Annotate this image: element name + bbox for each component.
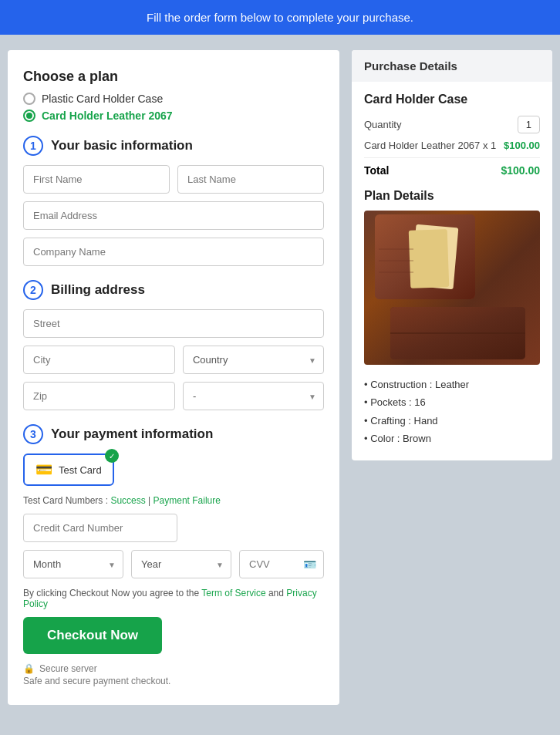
purchase-details-header: Purchase Details <box>352 50 552 82</box>
quantity-label: Quantity <box>364 119 401 130</box>
section2-number: 2 <box>23 280 43 300</box>
checkout-button[interactable]: Checkout Now <box>23 617 162 654</box>
radio-plastic[interactable] <box>23 93 35 105</box>
plan-label-leather: Card Holder Leather 2067 <box>42 110 173 122</box>
first-name-input[interactable] <box>23 165 170 194</box>
month-select[interactable]: Month 01 - January 02 - February 03 - Ma… <box>23 550 123 578</box>
secure-desc-row: Safe and secure payment checkout. <box>23 676 324 686</box>
plan-option-plastic[interactable]: Plastic Card Holder Case <box>23 93 324 105</box>
secure-desc-text: Safe and secure payment checkout. <box>23 676 170 686</box>
radio-inner <box>26 113 32 119</box>
card-holder-title: Card Holder Case <box>364 93 540 106</box>
banner-text: Fill the order form below to complete yo… <box>147 11 413 24</box>
secure-server-row: 🔒 Secure server <box>23 663 324 674</box>
left-panel: Choose a plan Plastic Card Holder Case C… <box>8 50 339 705</box>
company-input[interactable] <box>23 238 324 266</box>
quantity-value: 1 <box>518 116 540 133</box>
choose-plan-section: Choose a plan Plastic Card Holder Case C… <box>23 69 324 122</box>
company-row <box>23 238 324 266</box>
plan-features: Construction : Leather Pockets : 16 Craf… <box>364 376 540 448</box>
payment-method-card[interactable]: ✓ 💳 Test Card <box>23 453 114 486</box>
quantity-row: Quantity 1 <box>364 116 540 133</box>
state-select[interactable]: - <box>183 382 324 410</box>
section1-title: Your basic information <box>51 138 193 153</box>
cc-number-input[interactable] <box>23 514 177 542</box>
feature-item-3: Color : Brown <box>364 430 540 447</box>
year-wrapper: Year 2024 2025 2026 2027 2028 2029 2030 <box>131 550 231 578</box>
street-row <box>23 309 324 338</box>
section1-header: 1 Your basic information <box>23 136 324 156</box>
street-input[interactable] <box>23 309 324 338</box>
total-row: Total $100.00 <box>364 157 540 177</box>
wallet-image <box>364 211 540 365</box>
cvv-wrapper: 🪪 <box>239 550 324 578</box>
terms-text: By clicking Checkout Now you agree to th… <box>23 588 324 609</box>
name-row <box>23 165 324 194</box>
total-label: Total <box>364 164 389 177</box>
item-name: Card Holder Leather 2067 x 1 <box>364 140 496 151</box>
total-value: $100.00 <box>501 164 540 177</box>
terms-link[interactable]: Term of Service <box>201 588 265 598</box>
section2-header: 2 Billing address <box>23 280 324 300</box>
plan-details-title: Plan Details <box>364 189 540 203</box>
cc-number-row <box>23 514 324 542</box>
section2-title: Billing address <box>51 282 145 298</box>
choose-plan-title: Choose a plan <box>23 69 324 85</box>
item-row: Card Holder Leather 2067 x 1 $100.00 <box>364 140 540 151</box>
country-wrapper: Country <box>183 346 324 374</box>
top-banner: Fill the order form below to complete yo… <box>0 0 560 35</box>
section3-number: 3 <box>23 424 43 444</box>
section3-header: 3 Your payment information <box>23 424 324 444</box>
cvv-card-icon: 🪪 <box>303 558 316 571</box>
terms-prefix: By clicking Checkout Now you agree to th… <box>23 588 201 598</box>
test-card-failure[interactable]: Payment Failure <box>153 495 221 506</box>
month-wrapper: Month 01 - January 02 - February 03 - Ma… <box>23 550 123 578</box>
last-name-input[interactable] <box>177 165 324 194</box>
state-wrapper: - <box>183 382 324 410</box>
plan-option-leather[interactable]: Card Holder Leather 2067 <box>23 110 324 122</box>
payment-check-icon: ✓ <box>105 449 119 463</box>
plan-label-plastic: Plastic Card Holder Case <box>42 93 163 105</box>
zip-state-row: - <box>23 382 324 410</box>
country-select[interactable]: Country <box>183 346 324 374</box>
feature-item-2: Crafting : Hand <box>364 412 540 430</box>
section3-title: Your payment information <box>51 427 213 442</box>
radio-leather[interactable] <box>23 110 35 122</box>
expiry-cvv-row: Month 01 - January 02 - February 03 - Ma… <box>23 550 324 578</box>
test-card-numbers: Test Card Numbers : Success | Payment Fa… <box>23 495 324 506</box>
secure-server-text: Secure server <box>39 663 97 674</box>
email-row <box>23 201 324 230</box>
test-card-prefix: Test Card Numbers : <box>23 495 110 506</box>
payment-method-label: Test Card <box>59 464 102 476</box>
email-input[interactable] <box>23 201 324 230</box>
year-select[interactable]: Year 2024 2025 2026 2027 2028 2029 2030 <box>131 550 231 578</box>
right-panel: Purchase Details Card Holder Case Quanti… <box>352 50 552 460</box>
secure-info: 🔒 Secure server Safe and secure payment … <box>23 663 324 686</box>
svg-rect-3 <box>409 229 450 288</box>
section1-number: 1 <box>23 136 43 156</box>
feature-item-0: Construction : Leather <box>364 376 540 393</box>
city-input[interactable] <box>23 346 175 374</box>
test-card-success[interactable]: Success <box>110 495 145 506</box>
terms-middle: and <box>268 588 286 598</box>
item-price: $100.00 <box>504 140 540 151</box>
zip-input[interactable] <box>23 382 175 410</box>
main-container: Choose a plan Plastic Card Holder Case C… <box>8 50 552 705</box>
city-country-row: Country <box>23 346 324 374</box>
feature-item-1: Pockets : 16 <box>364 393 540 411</box>
lock-icon: 🔒 <box>23 663 35 674</box>
credit-card-icon: 💳 <box>35 461 52 478</box>
